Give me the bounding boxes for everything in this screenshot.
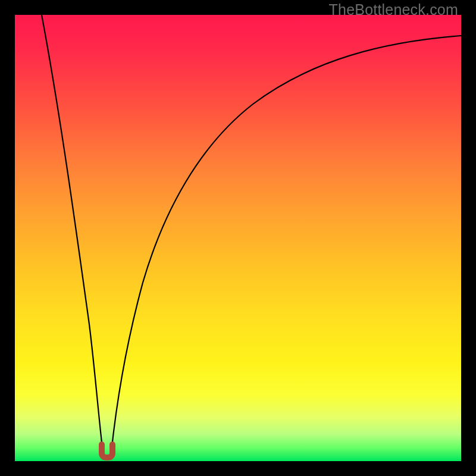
chart-frame: TheBottleneck.com <box>0 0 476 476</box>
curve-layer <box>15 15 461 461</box>
min-marker <box>102 444 112 458</box>
curve-right-branch <box>111 36 461 452</box>
plot-area <box>15 15 461 461</box>
curve-left-branch <box>42 15 103 452</box>
